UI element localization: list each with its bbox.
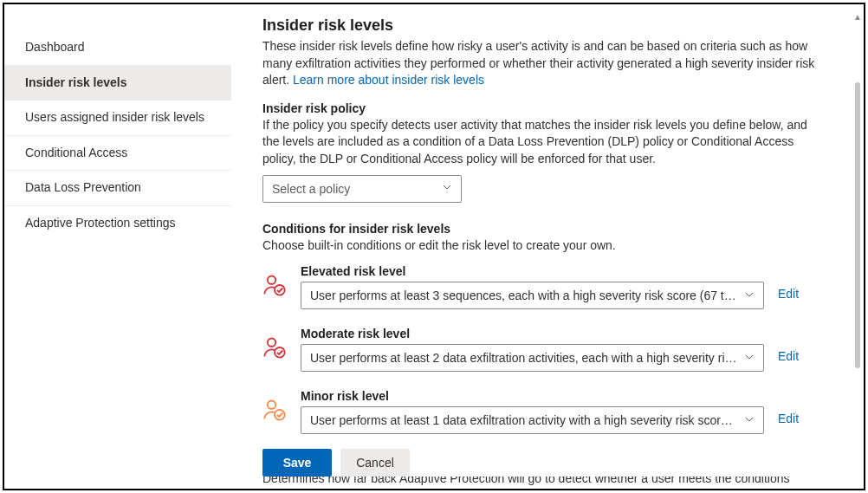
- risk-row-minor: Minor risk level User performs at least …: [262, 389, 827, 434]
- risk-level-value: User performs at least 3 sequences, each…: [310, 289, 737, 302]
- policy-select-placeholder: Select a policy: [272, 182, 435, 196]
- risk-body: Moderate risk level User performs at lea…: [301, 327, 764, 372]
- svg-point-0: [268, 276, 275, 284]
- cancel-button[interactable]: Cancel: [340, 449, 410, 477]
- conditions-section-title: Conditions for insider risk levels: [262, 222, 827, 236]
- risk-body: Minor risk level User performs at least …: [301, 389, 764, 434]
- user-risk-icon: [262, 335, 287, 360]
- page-title: Insider risk levels: [262, 16, 827, 35]
- risk-level-value: User performs at least 2 data exfiltrati…: [310, 351, 737, 365]
- save-button[interactable]: Save: [262, 449, 332, 477]
- edit-link-minor[interactable]: Edit: [778, 389, 799, 425]
- sidebar-item-label: Dashboard: [25, 40, 85, 54]
- svg-point-2: [268, 339, 275, 347]
- conditions-section-description: Choose built-in conditions or edit the r…: [262, 237, 827, 255]
- sidebar-item-conditional-access[interactable]: Conditional Access: [4, 136, 231, 172]
- sidebar-item-adaptive-protection-settings[interactable]: Adaptive Protection settings: [4, 206, 231, 241]
- user-risk-icon: [262, 273, 287, 297]
- risk-level-select-elevated[interactable]: User performs at least 3 sequences, each…: [301, 282, 764, 309]
- sidebar-item-data-loss-prevention[interactable]: Data Loss Prevention: [4, 171, 231, 206]
- sidebar-item-label: Users assigned insider risk levels: [25, 110, 204, 124]
- risk-level-value: User performs at least 1 data exfiltrati…: [310, 413, 737, 427]
- scroll-up-icon[interactable]: ▲: [853, 13, 862, 22]
- sidebar-item-insider-risk-levels[interactable]: Insider risk levels: [4, 66, 231, 101]
- risk-level-label: Elevated risk level: [301, 264, 764, 278]
- chevron-down-icon: [442, 182, 452, 195]
- scroll-thumb[interactable]: [855, 82, 860, 368]
- risk-level-label: Minor risk level: [301, 389, 764, 403]
- risk-row-moderate: Moderate risk level User performs at lea…: [262, 327, 827, 372]
- footer-actions: Save Cancel: [262, 449, 827, 477]
- user-risk-icon: [262, 398, 287, 422]
- sidebar-item-label: Conditional Access: [25, 146, 127, 159]
- risk-body: Elevated risk level User performs at lea…: [301, 264, 764, 309]
- page-description: These insider risk levels define how ris…: [262, 38, 827, 89]
- scrollbar[interactable]: ▲: [852, 4, 864, 489]
- sidebar-item-label: Adaptive Protection settings: [25, 216, 176, 230]
- policy-section-description: If the policy you specify detects user a…: [262, 117, 827, 168]
- sidebar-item-users-assigned[interactable]: Users assigned insider risk levels: [4, 101, 231, 136]
- risk-level-select-moderate[interactable]: User performs at least 2 data exfiltrati…: [301, 344, 764, 372]
- content-wrap: Insider risk levels These insider risk l…: [231, 4, 864, 489]
- sidebar-item-dashboard[interactable]: Dashboard: [4, 30, 231, 66]
- risk-level-label: Moderate risk level: [301, 327, 764, 341]
- edit-link-moderate[interactable]: Edit: [778, 327, 799, 363]
- learn-more-link[interactable]: Learn more about insider risk levels: [293, 73, 484, 87]
- policy-section-title: Insider risk policy: [262, 101, 827, 115]
- content-panel: Insider risk levels These insider risk l…: [231, 4, 852, 489]
- svg-point-4: [268, 401, 275, 409]
- sidebar-item-label: Data Loss Prevention: [25, 180, 141, 194]
- edit-link-elevated[interactable]: Edit: [778, 264, 799, 301]
- sidebar-nav: Dashboard Insider risk levels Users assi…: [4, 4, 231, 489]
- app-frame: Dashboard Insider risk levels Users assi…: [3, 3, 865, 490]
- policy-select[interactable]: Select a policy: [262, 175, 462, 203]
- sidebar-item-label: Insider risk levels: [25, 75, 127, 89]
- risk-level-select-minor[interactable]: User performs at least 1 data exfiltrati…: [301, 406, 764, 434]
- chevron-down-icon: [744, 414, 755, 427]
- chevron-down-icon: [744, 352, 755, 365]
- chevron-down-icon: [744, 289, 755, 302]
- risk-row-elevated: Elevated risk level User performs at lea…: [262, 264, 827, 309]
